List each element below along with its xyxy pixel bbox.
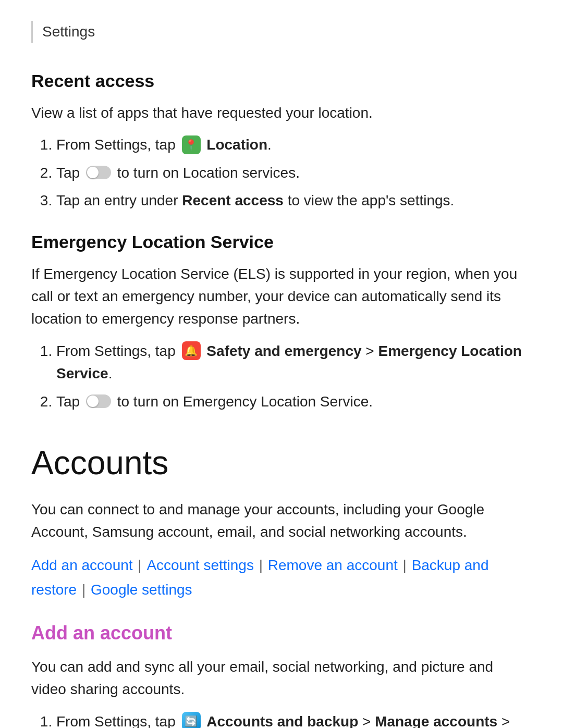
emergency-location-section: Emergency Location Service If Emergency … xyxy=(31,229,532,413)
add-account-subsection: Add an account You can add and sync all … xyxy=(31,619,532,728)
add-account-intro: You can add and sync all your email, soc… xyxy=(31,656,532,701)
link-account-settings[interactable]: Account settings xyxy=(146,557,253,573)
location-icon: 📍 xyxy=(182,135,201,154)
safety-label: Safety and emergency xyxy=(206,343,361,359)
accounts-major-heading: Accounts xyxy=(31,438,532,488)
emergency-location-heading: Emergency Location Service xyxy=(31,229,532,255)
link-google-settings[interactable]: Google settings xyxy=(91,582,192,598)
step-item: Tap to turn on Location services. xyxy=(56,162,532,184)
accounts-intro: You can connect to and manage your accou… xyxy=(31,498,532,544)
header-title: Settings xyxy=(42,23,95,40)
recent-access-section: Recent access View a list of apps that h… xyxy=(31,68,532,212)
add-account-heading: Add an account xyxy=(31,619,532,647)
page-header: Settings xyxy=(31,21,532,43)
manage-accounts-label: Manage accounts xyxy=(375,713,497,728)
emergency-location-intro: If Emergency Location Service (ELS) is s… xyxy=(31,263,532,330)
recent-access-heading: Recent access xyxy=(31,68,532,94)
step-item: From Settings, tap 📍 Location. xyxy=(56,133,532,156)
add-account-steps: From Settings, tap 🔄 Accounts and backup… xyxy=(56,710,532,728)
recent-access-steps: From Settings, tap 📍 Location. Tap to tu… xyxy=(56,133,532,212)
accounts-backup-label: Accounts and backup xyxy=(206,713,358,728)
link-add-account[interactable]: Add an account xyxy=(31,557,133,573)
step-item: From Settings, tap 🔄 Accounts and backup… xyxy=(56,710,532,728)
step-item: Tap to turn on Emergency Location Servic… xyxy=(56,390,532,413)
emergency-steps: From Settings, tap 🔔 Safety and emergenc… xyxy=(56,340,532,413)
safety-icon: 🔔 xyxy=(182,341,201,360)
step-item: From Settings, tap 🔔 Safety and emergenc… xyxy=(56,340,532,385)
recent-access-bold: Recent access xyxy=(182,192,284,208)
recent-access-intro: View a list of apps that have requested … xyxy=(31,102,532,124)
accounts-icon: 🔄 xyxy=(182,712,201,728)
link-remove-account[interactable]: Remove an account xyxy=(268,557,398,573)
accounts-section: Accounts You can connect to and manage y… xyxy=(31,438,532,728)
toggle-icon-els xyxy=(86,394,111,408)
toggle-icon xyxy=(86,166,111,179)
accounts-links-row: Add an account | Account settings | Remo… xyxy=(31,553,532,602)
step-item: Tap an entry under Recent access to view… xyxy=(56,189,532,212)
location-label: Location xyxy=(206,137,267,153)
